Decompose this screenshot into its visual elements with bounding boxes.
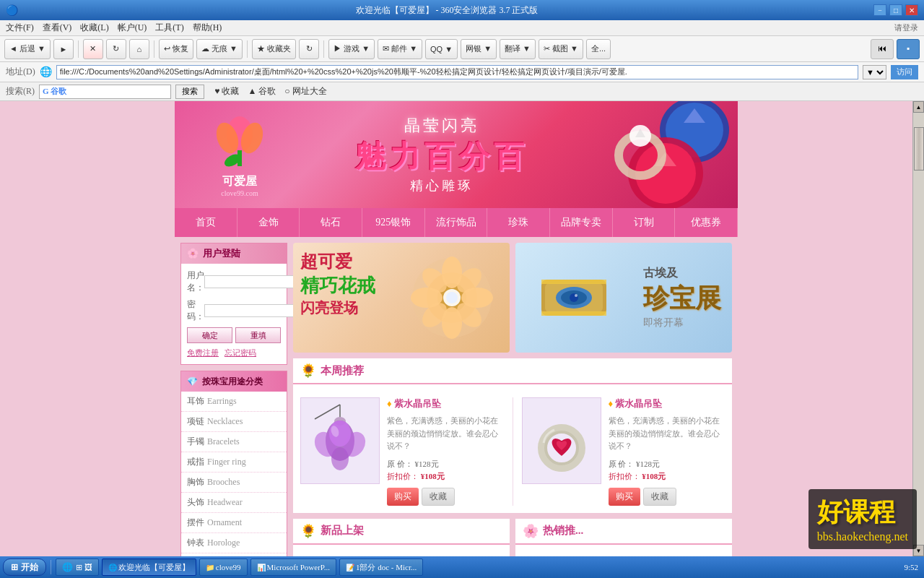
weekly-title: 本周推荐 — [321, 364, 364, 378]
new-items-header: 🌻 新品上架 — [293, 519, 510, 545]
menu-account[interactable]: 帐户(U) — [118, 22, 147, 34]
games-button[interactable]: ▶ 游戏 ▼ — [328, 39, 375, 59]
taskbar-browser[interactable]: 🌐 ⊞ 🖼 — [56, 558, 99, 576]
nav-brand[interactable]: 品牌专卖 — [550, 208, 613, 237]
menu-file[interactable]: 文件(F) — [6, 22, 34, 34]
google-link[interactable]: ▲ 谷歌 — [248, 85, 276, 98]
cat-zh-ring: 戒指 — [187, 456, 204, 468]
flower-ring-svg — [394, 243, 510, 352]
banner-appear: 闪亮登场 — [300, 298, 375, 318]
menu-favorites[interactable]: 收藏(L) — [80, 22, 108, 34]
category-brooches[interactable]: 胸饰 Brooches — [181, 473, 287, 493]
taskbar-word[interactable]: 📝 1部分 doc - Micr... — [339, 558, 423, 576]
menu-tools[interactable]: 工具(T) — [155, 22, 183, 34]
address-dropdown[interactable]: ▼ — [863, 65, 886, 79]
mail-button[interactable]: ✉ 邮件 ▼ — [378, 39, 422, 59]
address-label: 地址(D) — [6, 66, 35, 78]
svg-rect-34 — [541, 311, 606, 316]
media-btn1[interactable]: ⏮ — [871, 39, 894, 59]
nav-custom[interactable]: 订制 — [613, 208, 676, 237]
category-necklaces[interactable]: 项链 Necklaces — [181, 412, 287, 432]
go-button[interactable]: 访问 — [891, 65, 918, 79]
titlebar: 🔵 欢迎光临【可爱屋】 - 360安全浏览器 3.7 正式版 − □ ✕ — [0, 0, 924, 20]
register-link[interactable]: 免费注册 — [187, 348, 219, 358]
product-original-2: 原 价： ¥128元 — [609, 459, 725, 470]
banner-soon: 即将开幕 — [643, 316, 721, 329]
translate-button[interactable]: 翻译 ▼ — [500, 39, 536, 59]
search-input[interactable] — [69, 85, 170, 98]
logo-svg — [207, 113, 272, 178]
search-bar: 搜索(R) G 谷歌 搜索 ♥ 收藏 ▲ 谷歌 ○ 网址大全 — [0, 82, 924, 101]
address-icon: 🌐 — [40, 66, 52, 78]
qq-button[interactable]: QQ ▼ — [425, 39, 458, 59]
scroll-up-arrow[interactable]: ▲ — [913, 101, 924, 113]
media-btn2[interactable]: ▪ — [897, 39, 920, 59]
category-finger-ring[interactable]: 戒指 Finger ring — [181, 452, 287, 473]
category-ornament[interactable]: 摆件 Ornament — [181, 513, 287, 533]
taskbar-powerpoint[interactable]: 📊 Microsoft PowerP... — [250, 558, 336, 576]
fav-button-2[interactable]: 收藏 — [643, 488, 676, 506]
watermark-main: 好课程 — [817, 495, 908, 530]
forgot-link[interactable]: 忘记密码 — [225, 348, 256, 358]
clove-icon: 📁 — [206, 564, 214, 571]
confirm-button[interactable]: 确定 — [187, 327, 232, 343]
nav-link[interactable]: ○ 网址大全 — [284, 85, 326, 98]
favorites-button[interactable]: ★ 收藏夹 — [252, 39, 296, 59]
category-bracelets[interactable]: 手镯 Bracelets — [181, 432, 287, 452]
fav-button-1[interactable]: 收藏 — [422, 488, 455, 506]
netbank-button[interactable]: 网银 ▼ — [461, 39, 497, 59]
watermark-sub: bbs.haokecheng.net — [817, 530, 908, 543]
site-nav: 首页 金饰 钻石 925银饰 流行饰品 珍珠 品牌专卖 订制 优惠券 — [175, 208, 738, 237]
nav-fashion[interactable]: 流行饰品 — [425, 208, 488, 237]
search-engine-logo: G 谷歌 — [40, 86, 69, 97]
category-earrings[interactable]: 耳饰 Earrings — [181, 392, 287, 412]
product-desc-2: 紫色，充满诱惑，美丽的小花在美丽的颈边悄悄绽放。谁会忍心说不？ — [609, 415, 725, 453]
address-input[interactable] — [56, 65, 858, 79]
nav-diamond[interactable]: 钻石 — [300, 208, 362, 237]
home-button[interactable]: ⌂ — [129, 39, 149, 59]
scroll-thumb[interactable] — [914, 127, 924, 171]
back-button[interactable]: ◄ 后退 ▼ — [4, 39, 51, 59]
taskbar-right: 9:52 — [904, 563, 921, 571]
cat-en-ring: Finger ring — [207, 457, 246, 467]
taskbar-clove99[interactable]: 📁 clove99 — [199, 558, 248, 576]
buy-button-2[interactable]: 购买 — [609, 488, 640, 506]
category-headwear[interactable]: 头饰 Headwear — [181, 493, 287, 513]
menu-view[interactable]: 查看(V) — [43, 22, 72, 34]
collect-link[interactable]: ♥ 收藏 — [214, 85, 239, 98]
egypt-ring-svg — [531, 254, 617, 341]
nav-home[interactable]: 首页 — [175, 208, 237, 237]
minimize-btn[interactable]: − — [873, 4, 886, 16]
clean-button[interactable]: ☁ 无痕 ▼ — [196, 39, 243, 59]
categories-header: 💎 按珠宝用途分类 — [181, 371, 287, 392]
product-name-2[interactable]: 紫水晶吊坠 — [609, 397, 725, 410]
forward-button[interactable]: ► — [53, 39, 74, 59]
nav-silver[interactable]: 925银饰 — [362, 208, 425, 237]
search-button[interactable]: 搜索 — [175, 85, 204, 99]
menu-help[interactable]: 帮助(H) — [193, 22, 222, 34]
buy-button-1[interactable]: 购买 — [387, 488, 419, 506]
product-name-1[interactable]: 紫水晶吊坠 — [387, 397, 504, 410]
reset-button[interactable]: 重填 — [235, 327, 281, 343]
nav-coupon[interactable]: 优惠券 — [675, 208, 738, 237]
refresh-button[interactable]: ↻ — [106, 39, 126, 59]
maximize-btn[interactable]: □ — [889, 4, 902, 16]
taskbar-kawaiya[interactable]: 🌐 欢迎光临【可爱屋】 — [102, 558, 196, 576]
login-prompt[interactable]: 请登录 — [894, 22, 918, 33]
scrollbar-right[interactable]: ▲ ▼ — [912, 101, 924, 556]
more-button[interactable]: 全... — [586, 39, 611, 59]
cat-zh-earrings: 耳饰 — [187, 395, 204, 407]
nav-pearl[interactable]: 珍珠 — [487, 208, 550, 237]
banner-row: 超可爱 精巧花戒 闪亮登场 — [293, 243, 732, 353]
category-horologe[interactable]: 钟表 Horologe — [181, 533, 287, 553]
stop-button[interactable]: ✕ — [83, 39, 103, 59]
restore-button[interactable]: ↩ 恢复 — [159, 39, 193, 59]
close-btn[interactable]: ✕ — [905, 4, 918, 16]
screenshot-button[interactable]: ✂ 截图 ▼ — [539, 39, 583, 59]
new-items-content: ... — [293, 551, 510, 556]
nav-gold[interactable]: 金饰 — [237, 208, 300, 237]
refresh2-button[interactable]: ↻ — [299, 39, 319, 59]
windows-icon: ⊞ — [11, 562, 18, 572]
window-controls[interactable]: − □ ✕ — [873, 4, 918, 16]
start-button[interactable]: ⊞ 开始 — [3, 558, 46, 576]
